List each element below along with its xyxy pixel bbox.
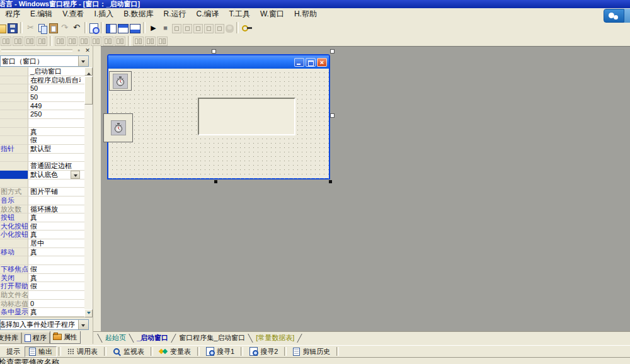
property-value[interactable]: 250 <box>28 110 81 118</box>
menu-window[interactable]: W.窗口 <box>255 9 289 20</box>
menu-view[interactable]: V.查看 <box>57 9 89 20</box>
property-row[interactable]: 条中显示真 <box>0 308 89 317</box>
bottom-variable-table-button[interactable]: 变量表 <box>155 346 195 357</box>
property-value[interactable]: 假 <box>28 222 81 230</box>
property-grid-scrollbar[interactable] <box>84 67 93 317</box>
property-value[interactable] <box>28 196 81 205</box>
property-value[interactable]: 真 <box>28 308 81 316</box>
same-height-icon[interactable] <box>115 37 125 46</box>
property-row[interactable]: 50 <box>0 84 89 93</box>
run-to-cursor-icon[interactable] <box>215 24 224 33</box>
property-row[interactable]: 假 <box>0 136 89 145</box>
menu-help[interactable]: H.帮助 <box>289 9 322 20</box>
selection-handle-top-center[interactable] <box>212 49 216 54</box>
center-horizontal-icon[interactable] <box>55 37 66 46</box>
property-row[interactable]: 助文件名 <box>0 291 89 300</box>
doc-tab-startup-window[interactable]: _启动窗口 <box>134 333 171 343</box>
close-icon[interactable]: × <box>317 58 327 67</box>
designed-form-window[interactable]: × <box>107 54 330 179</box>
align-bottom-icon[interactable] <box>37 37 47 46</box>
property-row[interactable]: 按钮真 <box>0 213 89 222</box>
menu-insert[interactable]: I.插入 <box>89 9 119 20</box>
property-value[interactable]: 默认型 <box>28 145 81 153</box>
screenshot-overlay-button[interactable] <box>604 9 630 23</box>
property-value[interactable]: 真 <box>28 248 81 256</box>
property-row[interactable]: 默认底色 <box>0 171 89 179</box>
timer-component-1[interactable] <box>109 71 132 91</box>
paste-icon[interactable] <box>49 23 58 33</box>
run-icon[interactable]: ▶ <box>148 23 159 33</box>
panel-gripper[interactable] <box>1 49 72 52</box>
property-value[interactable] <box>28 256 81 264</box>
property-dropdown-button[interactable] <box>71 171 80 179</box>
property-row[interactable]: 图方式图片平铺 <box>0 188 89 196</box>
property-value[interactable]: 假 <box>28 136 81 144</box>
breakpoint-icon[interactable] <box>172 24 181 33</box>
align-top-icon[interactable] <box>25 37 35 46</box>
menu-tools[interactable]: T.工具 <box>224 9 255 20</box>
property-row[interactable]: 指针默认型 <box>0 145 89 154</box>
save-icon[interactable] <box>8 23 18 33</box>
property-row[interactable]: 大化按钮假 <box>0 222 89 231</box>
scroll-down-icon[interactable] <box>84 309 93 317</box>
property-value[interactable]: 0 <box>28 300 81 308</box>
panel-tab-program[interactable]: 程序 <box>21 333 50 344</box>
property-value[interactable]: 50 <box>28 93 81 101</box>
window-left-icon[interactable] <box>106 24 117 33</box>
menu-compile[interactable]: C.编译 <box>192 9 224 20</box>
size-to-grid-icon[interactable] <box>157 37 168 46</box>
step-out-icon[interactable] <box>204 24 214 33</box>
property-value[interactable] <box>28 291 81 299</box>
property-row[interactable]: 关闭真 <box>0 274 89 283</box>
property-row[interactable] <box>0 154 89 162</box>
property-value[interactable]: 真 <box>28 274 81 282</box>
property-row[interactable] <box>0 179 89 188</box>
property-row[interactable]: 放次数循环播放 <box>0 205 89 214</box>
bottom-watch-table-button[interactable]: 监视表 <box>108 346 149 357</box>
property-row[interactable]: 449 <box>0 102 89 111</box>
property-value[interactable]: 假 <box>28 265 81 273</box>
property-value[interactable]: 449 <box>28 102 81 110</box>
selection-handle-top-right[interactable] <box>330 49 335 54</box>
property-value[interactable] <box>28 154 81 162</box>
designed-form-titlebar[interactable]: × <box>108 55 329 69</box>
property-row[interactable] <box>0 119 89 128</box>
window-bottom-icon[interactable] <box>130 24 140 33</box>
event-handler-combo[interactable]: 选择加入事件处理子程序 <box>0 319 89 330</box>
chevron-down-icon[interactable] <box>78 56 88 66</box>
selection-handle-bottom-center[interactable] <box>214 180 217 183</box>
bottom-search1-button[interactable]: 搜寻1 <box>202 346 239 357</box>
property-row[interactable] <box>0 256 89 265</box>
maximize-icon[interactable] <box>306 58 316 67</box>
property-row[interactable]: 音乐 <box>0 196 89 205</box>
align-left-icon[interactable] <box>1 37 11 46</box>
property-row[interactable]: 下移焦点假 <box>0 265 89 274</box>
property-value[interactable]: 真 <box>28 230 81 239</box>
property-value[interactable]: 在程序启动后自动 <box>28 76 81 84</box>
space-across-icon[interactable] <box>79 37 89 46</box>
chevron-down-icon[interactable] <box>78 320 88 329</box>
property-row[interactable]: 普通固定边框 <box>0 162 89 171</box>
undo-icon[interactable]: ↶ <box>71 23 82 33</box>
property-value[interactable] <box>28 179 81 188</box>
property-value[interactable]: 50 <box>28 84 81 93</box>
align-right-icon[interactable] <box>13 37 23 46</box>
minimize-icon[interactable] <box>294 58 304 67</box>
bottom-search2-button[interactable]: 搜寻2 <box>245 346 282 357</box>
menu-edit[interactable]: E.编辑 <box>25 9 57 20</box>
panel-float-icon[interactable]: ▫ <box>75 47 83 54</box>
property-value[interactable]: 图片平铺 <box>28 188 81 196</box>
open-file-icon[interactable] <box>0 25 6 33</box>
selection-handle-right-middle[interactable] <box>330 113 335 118</box>
property-row[interactable]: 居中 <box>0 239 89 248</box>
step-over-icon[interactable] <box>183 24 192 33</box>
editbox-component[interactable] <box>198 98 295 135</box>
designed-form-body[interactable] <box>108 69 329 179</box>
stop-icon[interactable]: ■ <box>160 23 171 33</box>
space-down-icon[interactable] <box>91 37 101 46</box>
same-width-icon[interactable] <box>103 37 113 46</box>
pause-hand-icon[interactable] <box>226 25 234 33</box>
bottom-clip-history-button[interactable]: 剪辑历史 <box>289 346 335 357</box>
property-value[interactable]: 循环播放 <box>28 205 81 213</box>
form-designer-canvas[interactable]: × <box>101 46 630 332</box>
